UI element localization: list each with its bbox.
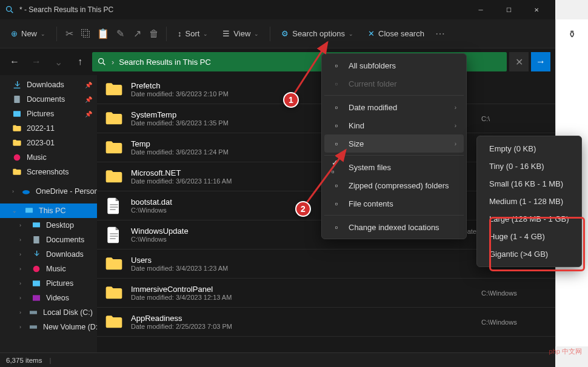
- sidebar-pc-item[interactable]: ›Local Disk (C:): [0, 305, 97, 320]
- pin-icon: 📌: [85, 96, 92, 103]
- menu-item-change-indexed-locations[interactable]: ▫Change indexed locations: [324, 218, 464, 236]
- svg-line-6: [103, 63, 105, 65]
- folder-icon: [104, 138, 124, 157]
- submenu-item[interactable]: Medium (1 - 128 MB): [481, 193, 578, 210]
- address-go-button[interactable]: →: [531, 52, 550, 71]
- sidebar-item[interactable]: Screenshots: [0, 165, 97, 179]
- menu-item-kind[interactable]: ▫Kind›: [324, 116, 464, 134]
- file-name: AppReadiness: [131, 314, 474, 323]
- svg-rect-13: [33, 236, 39, 243]
- size-submenu: Empty (0 KB)Tiny (0 - 16 KB)Small (16 KB…: [476, 136, 582, 267]
- sidebar-item[interactable]: 2022-11: [0, 121, 97, 136]
- picture-icon: [12, 109, 22, 119]
- menu-label: File contents: [349, 199, 393, 208]
- sidebar-pc-item[interactable]: ›Pictures: [0, 276, 97, 291]
- file-path: C:\: [481, 115, 548, 122]
- file-meta: Date modified: 3/4/2023 1:23 AM: [131, 265, 474, 272]
- menu-item-all-subfolders[interactable]: ▫All subfolders: [324, 56, 464, 74]
- svg-rect-18: [30, 325, 37, 328]
- file-row[interactable]: ImmersiveControlPanelDate modified: 3/4/…: [97, 279, 555, 308]
- menu-label: Zipped (compressed) folders: [349, 181, 449, 190]
- file-name: Users: [131, 256, 474, 265]
- menu-item-date-modified[interactable]: ▫Date modified›: [324, 98, 464, 116]
- sidebar-onedrive[interactable]: ›OneDrive - Person: [0, 184, 97, 199]
- search-options-menu: ▫All subfolders▫Current folder▫Date modi…: [321, 53, 467, 239]
- forward-button[interactable]: →: [27, 52, 46, 71]
- menu-item-file-contents[interactable]: ▫File contents: [324, 194, 464, 213]
- pc-icon: [24, 206, 34, 216]
- address-text: Search Results in This PC: [119, 58, 211, 67]
- back-button[interactable]: ←: [5, 52, 24, 71]
- minimize-button[interactable]: ─: [467, 0, 495, 19]
- navbar: ← → ⌄ ↑ › Search Results in This PC ✕ →: [0, 48, 555, 75]
- titlebar: * - Search Results in This PC ─ ☐ ✕: [0, 0, 555, 19]
- search-options-button[interactable]: ⚙Search options⌄: [275, 25, 359, 42]
- search-icon: [5, 5, 15, 15]
- submenu-item[interactable]: Large (128 MB - 1 GB): [481, 210, 578, 228]
- music-icon: [12, 153, 22, 162]
- sidebar-pc-item[interactable]: ›Documents: [0, 233, 97, 247]
- sidebar-item[interactable]: 2023-01: [0, 136, 97, 150]
- folder-icon: [104, 109, 124, 128]
- menu-item-size[interactable]: ▫Size›: [324, 134, 464, 153]
- menu-label: Change indexed locations: [349, 223, 439, 232]
- sort-button[interactable]: ↕Sort⌄: [172, 25, 214, 42]
- menu-item-zipped-compressed-folders[interactable]: ▫Zipped (compressed) folders: [324, 176, 464, 194]
- download-icon: [12, 80, 22, 90]
- share-icon[interactable]: ↗: [130, 27, 144, 41]
- menu-icon: ▫: [332, 180, 341, 190]
- sidebar-pc-item[interactable]: ›Videos: [0, 291, 97, 305]
- folder-icon: [104, 80, 124, 99]
- sidebar-pc-item[interactable]: ›Downloads: [0, 247, 97, 262]
- address-close-button[interactable]: ✕: [509, 52, 529, 71]
- download-icon: [32, 250, 41, 259]
- file-row[interactable]: AppReadinessDate modified: 2/25/2023 7:0…: [97, 308, 555, 337]
- close-button[interactable]: ✕: [523, 0, 550, 19]
- picture-icon: [32, 279, 41, 288]
- sidebar-item[interactable]: Documents📌: [0, 92, 97, 107]
- new-button[interactable]: ⊕New⌄: [5, 25, 52, 42]
- sidebar-thispc[interactable]: ⌄This PC: [0, 203, 97, 218]
- filter-icon[interactable]: ⚱: [563, 24, 582, 44]
- sidebar-pc-item[interactable]: ›New Volume (D:: [0, 320, 97, 334]
- more-icon[interactable]: ⋯: [433, 27, 447, 41]
- rename-icon[interactable]: ✎: [113, 27, 127, 41]
- sidebar-item[interactable]: Downloads📌: [0, 78, 97, 92]
- menu-label: All subfolders: [349, 61, 396, 70]
- item-count: 6,375 items: [6, 357, 42, 364]
- svg-rect-7: [14, 96, 19, 103]
- sidebar-pc-item[interactable]: ›Music: [0, 262, 97, 276]
- folder-icon: [12, 124, 22, 133]
- menu-label: Kind: [349, 121, 364, 130]
- svg-rect-15: [33, 280, 40, 286]
- maximize-button[interactable]: ☐: [495, 0, 523, 19]
- close-search-button[interactable]: ✕Close search: [362, 25, 430, 42]
- sidebar-item[interactable]: Music: [0, 150, 97, 165]
- submenu-item[interactable]: Gigantic (>4 GB): [481, 245, 578, 263]
- up-button[interactable]: ↑: [70, 52, 90, 71]
- delete-icon[interactable]: 🗑: [147, 27, 161, 41]
- menu-item-system-files[interactable]: ✓ ▫System files: [324, 158, 464, 176]
- disk-icon: [28, 322, 38, 332]
- menu-icon: ▫: [332, 102, 341, 112]
- view-button[interactable]: ☰View⌄: [216, 25, 265, 42]
- submenu-item[interactable]: Huge (1 - 4 GB): [481, 228, 578, 245]
- copy-icon[interactable]: ⿻: [79, 27, 93, 41]
- watermark: php 中文网: [549, 347, 582, 356]
- chevron-right-icon: ›: [455, 122, 456, 129]
- menu-icon: ▫: [332, 199, 341, 208]
- folder-icon: [12, 167, 22, 177]
- folder-icon: [12, 138, 22, 148]
- paste-icon[interactable]: 📋: [96, 27, 110, 41]
- recent-button[interactable]: ⌄: [48, 52, 68, 71]
- sidebar-item[interactable]: Pictures📌: [0, 107, 97, 121]
- submenu-item[interactable]: Empty (0 KB): [481, 140, 578, 157]
- cut-icon[interactable]: ✂: [62, 27, 76, 41]
- submenu-item[interactable]: Small (16 KB - 1 MB): [481, 175, 578, 193]
- menu-label: Date modified: [349, 103, 397, 112]
- submenu-item[interactable]: Tiny (0 - 16 KB): [481, 157, 578, 175]
- menu-label: Current folder: [349, 79, 396, 88]
- sidebar-pc-item[interactable]: ›Desktop: [0, 218, 97, 233]
- folder-icon: [104, 254, 124, 274]
- window-title: * - Search Results in This PC: [19, 5, 467, 14]
